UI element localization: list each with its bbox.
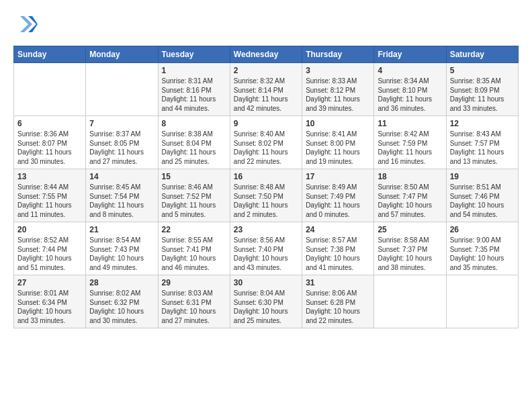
calendar-cell <box>374 275 446 328</box>
calendar-cell: 4Sunrise: 8:34 AM Sunset: 8:10 PM Daylig… <box>374 63 446 116</box>
calendar-cell: 10Sunrise: 8:41 AM Sunset: 8:00 PM Dayli… <box>302 116 374 169</box>
weekday-header: Wednesday <box>230 46 302 63</box>
svg-marker-1 <box>20 16 32 32</box>
calendar-cell: 25Sunrise: 8:58 AM Sunset: 7:37 PM Dayli… <box>374 222 446 275</box>
day-number: 1 <box>162 66 226 75</box>
calendar-cell: 1Sunrise: 8:31 AM Sunset: 8:16 PM Daylig… <box>158 63 230 116</box>
calendar-cell: 24Sunrise: 8:57 AM Sunset: 7:38 PM Dayli… <box>302 222 374 275</box>
day-info: Sunrise: 8:48 AM Sunset: 7:50 PM Dayligh… <box>234 183 298 219</box>
day-number: 25 <box>378 225 442 234</box>
calendar-week-row: 20Sunrise: 8:52 AM Sunset: 7:44 PM Dayli… <box>14 222 519 275</box>
day-number: 27 <box>17 278 82 287</box>
day-info: Sunrise: 8:54 AM Sunset: 7:43 PM Dayligh… <box>89 236 154 272</box>
day-number: 8 <box>162 119 226 128</box>
day-number: 30 <box>234 278 298 287</box>
calendar-cell: 6Sunrise: 8:36 AM Sunset: 8:07 PM Daylig… <box>14 116 86 169</box>
day-info: Sunrise: 8:43 AM Sunset: 7:57 PM Dayligh… <box>450 130 515 166</box>
day-number: 31 <box>306 278 370 287</box>
day-info: Sunrise: 8:50 AM Sunset: 7:47 PM Dayligh… <box>378 183 442 219</box>
weekday-header: Sunday <box>14 46 86 63</box>
day-info: Sunrise: 8:46 AM Sunset: 7:52 PM Dayligh… <box>162 183 226 219</box>
day-number: 15 <box>162 172 226 181</box>
header <box>13 12 519 36</box>
day-number: 2 <box>234 66 298 75</box>
day-info: Sunrise: 8:57 AM Sunset: 7:38 PM Dayligh… <box>306 236 370 272</box>
weekday-header: Friday <box>374 46 446 63</box>
calendar-cell: 18Sunrise: 8:50 AM Sunset: 7:47 PM Dayli… <box>374 169 446 222</box>
day-number: 19 <box>450 172 515 181</box>
day-number: 11 <box>378 119 442 128</box>
day-number: 21 <box>89 225 154 234</box>
calendar-cell: 3Sunrise: 8:33 AM Sunset: 8:12 PM Daylig… <box>302 63 374 116</box>
day-number: 26 <box>450 225 515 234</box>
day-info: Sunrise: 8:36 AM Sunset: 8:07 PM Dayligh… <box>17 130 82 166</box>
day-number: 23 <box>234 225 298 234</box>
calendar-cell <box>446 275 518 328</box>
day-number: 5 <box>450 66 515 75</box>
calendar-cell: 27Sunrise: 8:01 AM Sunset: 6:34 PM Dayli… <box>14 275 86 328</box>
calendar-cell: 30Sunrise: 8:04 AM Sunset: 6:30 PM Dayli… <box>230 275 302 328</box>
calendar-week-row: 6Sunrise: 8:36 AM Sunset: 8:07 PM Daylig… <box>14 116 519 169</box>
page: SundayMondayTuesdayWednesdayThursdayFrid… <box>0 0 532 335</box>
day-info: Sunrise: 8:37 AM Sunset: 8:05 PM Dayligh… <box>89 130 154 166</box>
calendar-cell: 20Sunrise: 8:52 AM Sunset: 7:44 PM Dayli… <box>14 222 86 275</box>
day-info: Sunrise: 8:06 AM Sunset: 6:28 PM Dayligh… <box>306 289 370 325</box>
logo <box>13 12 40 36</box>
calendar-cell: 19Sunrise: 8:51 AM Sunset: 7:46 PM Dayli… <box>446 169 518 222</box>
calendar-table: SundayMondayTuesdayWednesdayThursdayFrid… <box>13 46 519 328</box>
day-info: Sunrise: 8:04 AM Sunset: 6:30 PM Dayligh… <box>234 289 298 325</box>
day-info: Sunrise: 8:31 AM Sunset: 8:16 PM Dayligh… <box>162 77 226 113</box>
day-info: Sunrise: 8:41 AM Sunset: 8:00 PM Dayligh… <box>306 130 370 166</box>
day-info: Sunrise: 9:00 AM Sunset: 7:35 PM Dayligh… <box>450 236 515 272</box>
day-info: Sunrise: 8:58 AM Sunset: 7:37 PM Dayligh… <box>378 236 442 272</box>
calendar-cell: 23Sunrise: 8:56 AM Sunset: 7:40 PM Dayli… <box>230 222 302 275</box>
day-number: 28 <box>89 278 154 287</box>
calendar-cell <box>14 63 86 116</box>
calendar-cell: 31Sunrise: 8:06 AM Sunset: 6:28 PM Dayli… <box>302 275 374 328</box>
calendar-cell: 29Sunrise: 8:03 AM Sunset: 6:31 PM Dayli… <box>158 275 230 328</box>
day-info: Sunrise: 8:51 AM Sunset: 7:46 PM Dayligh… <box>450 183 515 219</box>
day-number: 13 <box>17 172 82 181</box>
day-number: 22 <box>162 225 226 234</box>
day-number: 24 <box>306 225 370 234</box>
day-number: 18 <box>378 172 442 181</box>
weekday-header: Monday <box>86 46 158 63</box>
day-number: 10 <box>306 119 370 128</box>
calendar-cell: 28Sunrise: 8:02 AM Sunset: 6:32 PM Dayli… <box>86 275 158 328</box>
day-number: 6 <box>17 119 82 128</box>
day-info: Sunrise: 8:33 AM Sunset: 8:12 PM Dayligh… <box>306 77 370 113</box>
day-info: Sunrise: 8:35 AM Sunset: 8:09 PM Dayligh… <box>450 77 515 113</box>
day-info: Sunrise: 8:01 AM Sunset: 6:34 PM Dayligh… <box>17 289 82 325</box>
day-info: Sunrise: 8:49 AM Sunset: 7:49 PM Dayligh… <box>306 183 370 219</box>
day-info: Sunrise: 8:34 AM Sunset: 8:10 PM Dayligh… <box>378 77 442 113</box>
weekday-header: Thursday <box>302 46 374 63</box>
calendar-cell: 16Sunrise: 8:48 AM Sunset: 7:50 PM Dayli… <box>230 169 302 222</box>
calendar-cell: 7Sunrise: 8:37 AM Sunset: 8:05 PM Daylig… <box>86 116 158 169</box>
day-number: 7 <box>89 119 154 128</box>
day-info: Sunrise: 8:03 AM Sunset: 6:31 PM Dayligh… <box>162 289 226 325</box>
calendar-cell: 8Sunrise: 8:38 AM Sunset: 8:04 PM Daylig… <box>158 116 230 169</box>
calendar-cell: 22Sunrise: 8:55 AM Sunset: 7:41 PM Dayli… <box>158 222 230 275</box>
day-number: 20 <box>17 225 82 234</box>
day-number: 29 <box>162 278 226 287</box>
calendar-cell: 5Sunrise: 8:35 AM Sunset: 8:09 PM Daylig… <box>446 63 518 116</box>
calendar-week-row: 13Sunrise: 8:44 AM Sunset: 7:55 PM Dayli… <box>14 169 519 222</box>
day-number: 17 <box>306 172 370 181</box>
calendar-cell: 26Sunrise: 9:00 AM Sunset: 7:35 PM Dayli… <box>446 222 518 275</box>
calendar-cell: 2Sunrise: 8:32 AM Sunset: 8:14 PM Daylig… <box>230 63 302 116</box>
calendar-cell: 12Sunrise: 8:43 AM Sunset: 7:57 PM Dayli… <box>446 116 518 169</box>
day-info: Sunrise: 8:42 AM Sunset: 7:59 PM Dayligh… <box>378 130 442 166</box>
calendar-week-row: 27Sunrise: 8:01 AM Sunset: 6:34 PM Dayli… <box>14 275 519 328</box>
calendar-cell: 9Sunrise: 8:40 AM Sunset: 8:02 PM Daylig… <box>230 116 302 169</box>
calendar-cell: 15Sunrise: 8:46 AM Sunset: 7:52 PM Dayli… <box>158 169 230 222</box>
calendar-cell: 17Sunrise: 8:49 AM Sunset: 7:49 PM Dayli… <box>302 169 374 222</box>
day-number: 9 <box>234 119 298 128</box>
calendar-header: SundayMondayTuesdayWednesdayThursdayFrid… <box>14 46 519 63</box>
day-number: 12 <box>450 119 515 128</box>
day-info: Sunrise: 8:55 AM Sunset: 7:41 PM Dayligh… <box>162 236 226 272</box>
calendar-week-row: 1Sunrise: 8:31 AM Sunset: 8:16 PM Daylig… <box>14 63 519 116</box>
logo-icon <box>13 12 38 36</box>
day-info: Sunrise: 8:40 AM Sunset: 8:02 PM Dayligh… <box>234 130 298 166</box>
calendar-cell: 14Sunrise: 8:45 AM Sunset: 7:54 PM Dayli… <box>86 169 158 222</box>
day-number: 16 <box>234 172 298 181</box>
